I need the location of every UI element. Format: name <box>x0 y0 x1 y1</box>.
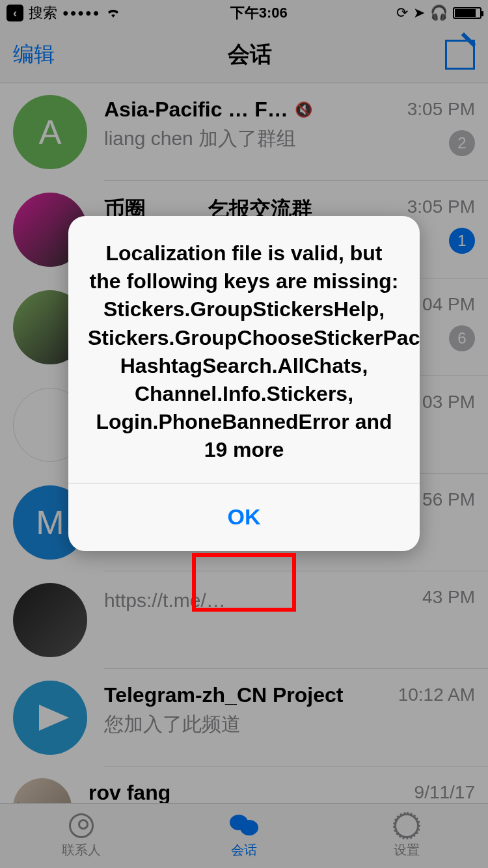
app-root: ‹ 搜索 ●●●●● 下午3:06 ⟳ ➤ 🎧 编辑 会话 A Asia-Pac… <box>0 0 488 868</box>
alert-message: Localization file is valid, but the foll… <box>68 216 420 483</box>
alert-dialog: Localization file is valid, but the foll… <box>68 216 420 551</box>
alert-ok-button[interactable]: OK <box>228 504 261 530</box>
alert-actions: OK <box>68 483 420 551</box>
